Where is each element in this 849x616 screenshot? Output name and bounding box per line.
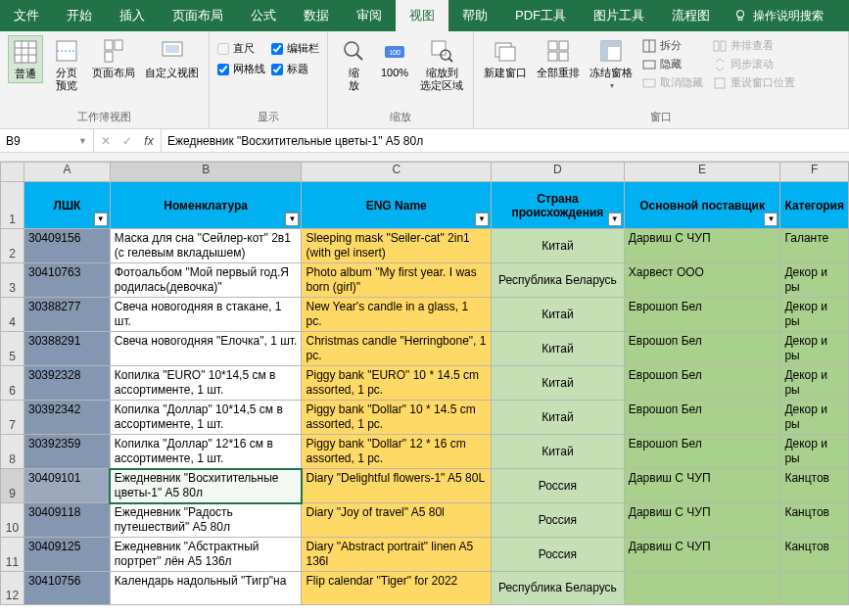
menu-view[interactable]: 视图: [396, 0, 448, 31]
cell[interactable]: Харвест ООО: [624, 263, 780, 298]
col-header-d[interactable]: D: [491, 163, 624, 182]
menu-home[interactable]: 开始: [53, 0, 106, 31]
col-header-b[interactable]: B: [110, 163, 302, 182]
header-cell[interactable]: Номенклатура▼: [110, 182, 302, 229]
cell[interactable]: Свеча новогодняя в стакане, 1 шт.: [110, 298, 302, 332]
cell[interactable]: 30409125: [24, 538, 110, 572]
normal-view-button[interactable]: 普通: [8, 35, 43, 83]
cell[interactable]: Китай: [491, 366, 624, 401]
page-layout-button[interactable]: 页面布局: [90, 35, 137, 81]
cell[interactable]: Sleeping mask "Seiler-cat" 2in1 (with ge…: [302, 229, 492, 263]
menu-help[interactable]: 帮助: [448, 0, 501, 31]
cell[interactable]: Канцтов: [780, 538, 849, 572]
row-header[interactable]: 7: [1, 401, 24, 435]
zoom-100-button[interactable]: 100 100%: [377, 35, 412, 81]
cell[interactable]: Christmas candle "Herringbone", 1 pc.: [302, 332, 492, 366]
cell[interactable]: Свеча новогодняя "Елочка", 1 шт.: [110, 332, 302, 366]
name-box[interactable]: B9 ▼: [0, 129, 94, 152]
cell[interactable]: 30410763: [24, 263, 110, 298]
view-side-button[interactable]: 并排查看: [711, 37, 797, 54]
cell[interactable]: 30392342: [24, 401, 110, 435]
menu-formulas[interactable]: 公式: [237, 0, 290, 31]
row-header[interactable]: 9: [1, 469, 24, 503]
spreadsheet-grid[interactable]: A B C D E F 1 ЛШК▼ Номенклатура▼ ENG Nam…: [0, 162, 849, 605]
filter-button[interactable]: ▼: [94, 213, 108, 226]
cell[interactable]: Декор и ры: [780, 298, 849, 332]
cell[interactable]: 30388291: [24, 332, 110, 366]
row-header[interactable]: 5: [1, 332, 24, 366]
zoom-button[interactable]: 缩 放: [336, 35, 371, 94]
header-cell[interactable]: Категория: [780, 182, 849, 229]
cell[interactable]: Дарвиш С ЧУП: [624, 538, 780, 572]
cell[interactable]: 30409118: [24, 503, 110, 538]
menu-data[interactable]: 数据: [290, 0, 343, 31]
cell[interactable]: Еврошоп Бел: [624, 366, 780, 401]
header-cell[interactable]: ЛШК▼: [24, 182, 110, 229]
row-header[interactable]: 4: [1, 298, 24, 332]
cell[interactable]: Галанте: [780, 229, 849, 263]
filter-button[interactable]: ▼: [608, 213, 622, 226]
cell[interactable]: Ежедневник "Радость путешествий" А5 80л: [110, 503, 302, 538]
cell[interactable]: Piggy bank "Dollar" 10 * 14.5 cm assorte…: [302, 401, 492, 435]
header-cell[interactable]: Основной поставщик▼: [624, 182, 780, 229]
cell[interactable]: Декор и ры: [780, 366, 849, 401]
cell[interactable]: Дарвиш С ЧУП: [624, 469, 780, 503]
cell[interactable]: Китай: [491, 401, 624, 435]
freeze-panes-button[interactable]: 冻结窗格: [588, 35, 635, 92]
row-header[interactable]: 12: [1, 572, 24, 605]
cell[interactable]: Канцтов: [780, 503, 849, 538]
cell[interactable]: Копилка "Доллар" 12*16 см в ассортименте…: [110, 435, 302, 469]
cell[interactable]: Китай: [491, 229, 624, 263]
menu-insert[interactable]: 插入: [106, 0, 159, 31]
formula-input[interactable]: Ежедневник "Восхитительные цветы-1" А5 8…: [162, 129, 849, 152]
cell[interactable]: [780, 572, 849, 605]
select-all-corner[interactable]: [1, 163, 24, 182]
cell[interactable]: Еврошоп Бел: [624, 332, 780, 366]
cell[interactable]: Республика Беларусь: [491, 572, 624, 605]
cell[interactable]: 30409101: [24, 469, 110, 503]
reset-pos-button[interactable]: 重设窗口位置: [711, 74, 797, 91]
menu-layout[interactable]: 页面布局: [159, 0, 237, 31]
cell[interactable]: [624, 572, 780, 605]
menu-file[interactable]: 文件: [0, 0, 53, 31]
cell[interactable]: Diary "Delightful flowers-1" A5 80L: [302, 469, 492, 503]
zoom-selection-button[interactable]: 缩放到 选定区域: [418, 35, 465, 94]
row-header-1[interactable]: 1: [1, 182, 24, 229]
cell[interactable]: Ежедневник "Восхитительные цветы-1" А5 8…: [110, 469, 302, 503]
cell[interactable]: Piggy bank "Dollar" 12 * 16 cm assorted,…: [302, 435, 492, 469]
cell[interactable]: Китай: [491, 298, 624, 332]
cell[interactable]: Китай: [491, 332, 624, 366]
menu-flow[interactable]: 流程图: [658, 0, 724, 31]
cell[interactable]: Еврошоп Бел: [624, 435, 780, 469]
cell[interactable]: Еврошоп Бел: [624, 401, 780, 435]
row-header[interactable]: 10: [1, 503, 24, 538]
cell[interactable]: New Year's candle in a glass, 1 pc.: [302, 298, 492, 332]
row-header[interactable]: 2: [1, 229, 24, 263]
filter-button[interactable]: ▼: [475, 213, 489, 226]
row-header[interactable]: 6: [1, 366, 24, 401]
new-window-button[interactable]: 新建窗口: [482, 35, 529, 81]
cell[interactable]: Flip calendar "Tiger" for 2022: [302, 572, 492, 605]
cell[interactable]: Piggy bank "EURO" 10 * 14.5 cm assorted,…: [302, 366, 492, 401]
cell[interactable]: Канцтов: [780, 469, 849, 503]
cell[interactable]: Маска для сна "Сейлер-кот" 2в1 (с гелевы…: [110, 229, 302, 263]
tell-me-search[interactable]: 操作说明搜索: [733, 0, 824, 31]
cell[interactable]: Ежедневник "Абстрактный портрет" лён А5 …: [110, 538, 302, 572]
header-cell[interactable]: ENG Name▼: [302, 182, 492, 229]
split-button[interactable]: 拆分: [640, 37, 705, 54]
cell[interactable]: Декор и ры: [780, 263, 849, 298]
cell[interactable]: Календарь надольный "Тигр"на: [110, 572, 302, 605]
formula-bar-checkbox[interactable]: 编辑栏: [271, 41, 319, 56]
cell[interactable]: Декор и ры: [780, 401, 849, 435]
cell[interactable]: 30409156: [24, 229, 110, 263]
filter-button[interactable]: ▼: [285, 213, 299, 226]
cell[interactable]: 30392359: [24, 435, 110, 469]
col-header-f[interactable]: F: [780, 163, 849, 182]
cell[interactable]: Фотоальбом "Мой первый год.Я родилась(де…: [110, 263, 302, 298]
cell[interactable]: 30388277: [24, 298, 110, 332]
cell[interactable]: Diary "Abstract portrait" linen A5 136l: [302, 538, 492, 572]
custom-view-button[interactable]: 自定义视图: [143, 35, 201, 81]
cell[interactable]: Россия: [491, 538, 624, 572]
row-header[interactable]: 11: [1, 538, 24, 572]
header-cell[interactable]: Страна происхождения▼: [491, 182, 624, 229]
